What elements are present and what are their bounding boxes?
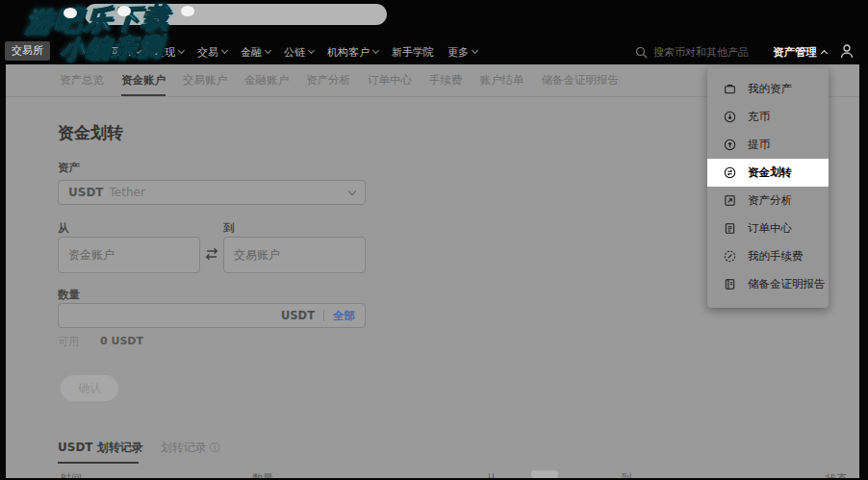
tab-order-center[interactable]: 订单中心 [368,64,412,96]
nav-chip-exchange[interactable]: 交易所 [5,41,50,61]
confirm-button[interactable]: 确认 [61,375,118,401]
divider [323,310,324,321]
tab-account-statement[interactable]: 账户结单 [480,64,524,96]
menu-item-order-center[interactable]: 订单中心 [707,215,829,242]
search-box[interactable] [635,42,774,62]
nav-item-more[interactable]: 更多 [447,45,477,60]
nav-item-institutional[interactable]: 机构客户 [327,45,378,60]
withdraw-icon [724,139,736,151]
watermark-dot [64,8,77,18]
page-content: 资产总览 资金账户 交易账户 金融账户 资产分析 订单中心 手续费 账户结单 储… [6,64,859,478]
menu-item-my-assets[interactable]: 我的资产 [707,75,829,103]
chevron-up-icon [821,50,828,57]
column-header-from: 从 [486,471,497,478]
tab-proof-of-reserves[interactable]: 储备金证明报告 [542,64,620,96]
max-amount-button[interactable]: 全部 [333,309,355,323]
column-header-amount: 数量 [252,471,273,478]
chevron-down-icon [372,47,379,54]
available-value: 0 USDT [100,335,143,349]
watermark-dot [181,6,194,16]
screenshot-stage: 交易所 买币 发现 交易 金融 公链 机构客户 新手学院 更多 资产管理 [0,0,868,480]
asset-name: Tether [110,186,145,199]
menu-item-my-fees[interactable]: 我的手续费 [707,242,829,270]
to-account-select[interactable]: 交易账户 [223,237,366,273]
history-tabs: USDT 划转记录 划转记录 ⓘ [58,440,220,456]
menu-item-transfer[interactable]: 资金划转 [707,159,829,187]
active-tab-underline [58,462,139,464]
menu-item-deposit[interactable]: 充币 [707,103,829,131]
available-label: 可用 [58,335,79,349]
page-title: 资金划转 [58,122,123,144]
asset-management-dropdown: 我的资产 充币 提币 资金划 [707,67,829,308]
nav-item-buy[interactable]: 买币 [111,45,140,60]
transfer-icon [724,166,736,179]
nav-item-finance[interactable]: 金融 [241,45,270,60]
asset-label: 资产 [58,161,80,175]
report-icon [724,278,736,291]
to-label: 到 [223,221,235,236]
amount-label: 数量 [58,288,80,302]
nav-item-trade[interactable]: 交易 [197,45,227,60]
nav-item-discover[interactable]: 发现 [154,45,184,60]
chevron-down-icon [308,47,315,54]
menu-item-withdraw[interactable]: 提币 [707,131,829,159]
nav-item-academy[interactable]: 新手学院 [392,45,434,60]
column-header-time: 时间 [61,471,82,478]
tab-trading-account[interactable]: 交易账户 [183,64,227,96]
swap-direction-icon[interactable] [203,246,220,265]
chevron-down-icon [348,187,356,194]
asset-management-button[interactable]: 资产管理 [773,42,827,62]
from-label: 从 [58,221,69,236]
deposit-icon [724,111,736,123]
bottom-notch [531,470,558,478]
chevron-down-icon [265,47,271,54]
from-account-select[interactable]: 资金账户 [58,237,200,273]
watermark-dot [117,6,131,16]
menu-item-proof-of-reserves[interactable]: 储备金证明报告 [707,270,829,298]
tab-asset-overview[interactable]: 资产总览 [60,64,104,96]
nav-item-chain[interactable]: 公链 [284,45,314,60]
fees-icon [724,250,736,263]
search-input[interactable] [653,46,774,59]
column-header-status: 状态 [826,471,847,478]
chevron-down-icon [178,47,185,54]
chevron-down-icon [135,47,141,54]
chevron-down-icon [472,47,478,54]
column-header-to: 到 [621,471,631,478]
amount-field: USDT 全部 [58,303,366,328]
profile-icon[interactable] [839,43,855,63]
tab-finance-account[interactable]: 金融账户 [244,64,289,96]
recording-overlay-bar [85,4,387,25]
asset-code: USDT [68,186,104,199]
nav-row: 交易所 买币 发现 交易 金融 公链 机构客户 新手学院 更多 资产管理 [0,42,868,62]
nav-items: 买币 发现 交易 金融 公链 机构客户 新手学院 更多 [111,42,477,62]
tab-asset-analysis[interactable]: 资产分析 [306,64,350,96]
menu-item-asset-analysis[interactable]: 资产分析 [707,187,829,215]
history-tab-usdt[interactable]: USDT 划转记录 [58,440,143,456]
analysis-icon [724,194,736,207]
tab-funding-account[interactable]: 资金账户 [121,64,166,96]
asset-select[interactable]: USDT Tether [58,180,366,205]
available-balance: 可用 0 USDT [58,335,143,349]
info-icon: ⓘ [210,441,220,455]
chevron-down-icon [221,47,228,54]
search-icon [635,46,648,59]
wallet-icon [724,83,736,95]
orders-icon [724,222,736,235]
history-tab-all[interactable]: 划转记录 ⓘ [161,440,220,456]
amount-unit: USDT [281,309,315,322]
amount-input[interactable] [68,309,281,322]
tab-fees[interactable]: 手续费 [429,64,463,96]
